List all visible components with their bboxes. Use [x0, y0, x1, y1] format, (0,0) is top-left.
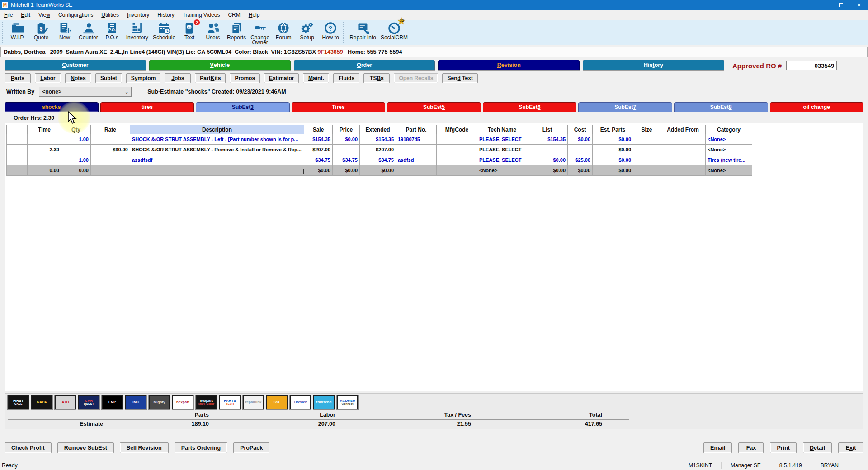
column-header-selector[interactable]: [7, 125, 28, 134]
cell-mfgcode[interactable]: [437, 155, 477, 165]
estimator-button[interactable]: Estimator: [264, 73, 299, 83]
cell-mfgcode[interactable]: [437, 145, 477, 155]
vendor-logo-car[interactable]: CARQUEST: [78, 395, 99, 409]
vendor-logo-nexpart[interactable]: nexpart: [172, 395, 193, 409]
cell-cost[interactable]: $0.00: [568, 165, 593, 176]
cell-est-parts[interactable]: $0.00: [593, 155, 633, 165]
column-header-price[interactable]: Price: [333, 125, 360, 134]
table-row[interactable]: 1.00assdfsdf$34.75$34.75$34.75asdfsdPLEA…: [7, 155, 752, 165]
email-button[interactable]: Email: [703, 442, 732, 453]
cell-description[interactable]: assdfsdf: [130, 155, 304, 165]
cell-extended[interactable]: $154.35: [360, 134, 396, 145]
cell-mfgcode[interactable]: [437, 134, 477, 145]
vendor-logo-mighty[interactable]: Mighty: [149, 395, 170, 409]
table-row[interactable]: 0.000.00$0.00$0.00$0.00<None>$0.00$0.00$…: [7, 165, 752, 176]
labor-button[interactable]: Labor: [35, 73, 61, 83]
subest-tab-subest5[interactable]: SubEst5: [387, 102, 481, 112]
vendor-logo-atd[interactable]: ATD: [55, 395, 76, 409]
check-profit-button[interactable]: Check Profit: [5, 442, 52, 453]
vendor-logo-fmp[interactable]: FMP: [102, 395, 123, 409]
cell-cost[interactable]: $25.00: [568, 155, 593, 165]
detail-button[interactable]: Detail: [803, 442, 832, 453]
subest-tab-subest3[interactable]: SubEst3: [196, 102, 290, 112]
toolbar-button-w-i-p-[interactable]: W.I.P.: [6, 21, 29, 45]
cell-sale[interactable]: $34.75: [304, 155, 333, 165]
subest-tab-tires[interactable]: Tires: [292, 102, 386, 112]
column-header-rate[interactable]: Rate: [91, 125, 130, 134]
parts-ordering-button[interactable]: Parts Ordering: [175, 442, 228, 453]
column-header-added-from[interactable]: Added From: [660, 125, 706, 134]
cell-list[interactable]: $0.00: [527, 165, 568, 176]
vendor-logo-transend[interactable]: transend: [313, 395, 335, 409]
column-header-tech-name[interactable]: Tech Name: [477, 125, 527, 134]
jobs-button[interactable]: Jobs: [165, 73, 191, 83]
vendor-logo-acdelco[interactable]: ACDelcoConnect: [337, 395, 358, 409]
cell-sale[interactable]: $0.00: [304, 165, 333, 176]
column-header-qty[interactable]: Qty: [61, 125, 91, 134]
menu-item[interactable]: Edit: [17, 11, 34, 19]
vendor-logo-repairlink[interactable]: repairlink: [243, 395, 264, 409]
partkits-button[interactable]: PartKits: [195, 73, 226, 83]
toolbar-button-change-owner[interactable]: Change Owner: [248, 21, 272, 45]
cell-time[interactable]: [28, 155, 61, 165]
cell-description[interactable]: [130, 165, 304, 176]
sell-revision-button[interactable]: Sell Revision: [120, 442, 169, 453]
cell-category[interactable]: <None>: [706, 145, 752, 155]
subest-tab-subest6[interactable]: SubEst6: [483, 102, 577, 112]
cell-added-from[interactable]: [660, 134, 706, 145]
cell-time[interactable]: 0.00: [28, 165, 61, 176]
menu-item[interactable]: Inventory: [123, 11, 153, 19]
sublet-button[interactable]: Sublet: [95, 73, 122, 83]
cell-size[interactable]: [633, 145, 660, 155]
vendor-logo-tireweb[interactable]: Tireweb: [290, 395, 311, 409]
promos-button[interactable]: Promos: [230, 73, 260, 83]
cell-selector[interactable]: [7, 145, 28, 155]
subest-tab-shocks[interactable]: shocks: [5, 102, 99, 112]
cell-sale[interactable]: $154.35: [304, 134, 333, 145]
cell-size[interactable]: [633, 165, 660, 176]
subest-tab-subest8[interactable]: SubEst8: [674, 102, 768, 112]
vendor-logo-parts[interactable]: PARTSTECH: [219, 395, 241, 409]
remove-subest-button[interactable]: Remove SubEst: [57, 442, 114, 453]
table-row[interactable]: 1.00SHOCK &/OR STRUT ASSEMBLY - Left - […: [7, 134, 752, 145]
cell-time[interactable]: [28, 134, 61, 145]
vendor-logo-nexpart[interactable]: nexpartMulti-Seller: [196, 395, 217, 409]
vendor-logo-imc[interactable]: IMC: [125, 395, 146, 409]
toolbar-button-inventory[interactable]: Inventory: [124, 21, 151, 45]
cell-added-from[interactable]: [660, 145, 706, 155]
table-row[interactable]: 2.30$90.00SHOCK &/OR STRUT ASSEMBLY - Re…: [7, 145, 752, 155]
toolbar-button-users[interactable]: Users: [201, 21, 225, 45]
toolbar-button-repair-info[interactable]: Repair Info: [347, 21, 378, 45]
propack-button[interactable]: ProPack: [233, 442, 269, 453]
cell-list[interactable]: $154.35: [527, 134, 568, 145]
cell-time[interactable]: 2.30: [28, 145, 61, 155]
cell-qty[interactable]: 1.00: [61, 155, 91, 165]
column-header-list[interactable]: List: [527, 125, 568, 134]
column-header-description[interactable]: Description: [130, 125, 304, 134]
menu-item[interactable]: Training Videos: [179, 11, 224, 19]
tab-history[interactable]: History: [583, 60, 724, 70]
cell-part-no-[interactable]: asdfsd: [396, 155, 437, 165]
column-header-extended[interactable]: Extended: [360, 125, 396, 134]
cell-rate[interactable]: [91, 134, 130, 145]
column-header-mfgcode[interactable]: MfgCode: [437, 125, 477, 134]
toolbar-button-forum[interactable]: Forum: [272, 21, 295, 45]
cell-rate[interactable]: [91, 165, 130, 176]
toolbar-button-new[interactable]: New: [53, 21, 76, 45]
toolbar-button-reports[interactable]: Reports: [225, 21, 248, 45]
cell-selector[interactable]: [7, 155, 28, 165]
column-header-est-parts[interactable]: Est. Parts: [593, 125, 633, 134]
tab-revision[interactable]: Revision: [438, 60, 580, 70]
print-button[interactable]: Print: [770, 442, 796, 453]
vendor-logo-napa[interactable]: NAPA: [31, 395, 52, 409]
cell-tech-name[interactable]: PLEASE, SELECT: [477, 155, 527, 165]
maint--button[interactable]: Maint.: [303, 73, 329, 83]
cell-est-parts[interactable]: $0.00: [593, 165, 633, 176]
cell-selector[interactable]: [7, 165, 28, 176]
cell-category[interactable]: Tires (new tire...: [706, 155, 752, 165]
toolbar-button-how-to[interactable]: ?How to: [319, 21, 342, 45]
cell-part-no-[interactable]: 19180745: [396, 134, 437, 145]
cell-rate[interactable]: $90.00: [91, 145, 130, 155]
column-header-sale[interactable]: Sale: [304, 125, 333, 134]
cell-tech-name[interactable]: <None>: [477, 165, 527, 176]
